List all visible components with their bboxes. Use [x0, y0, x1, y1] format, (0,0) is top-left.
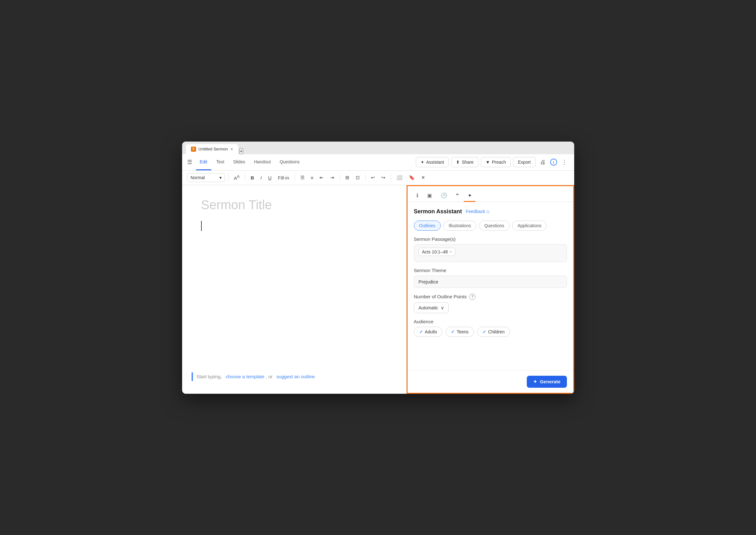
sidebar-tab-quotes[interactable]: ❝ — [452, 190, 463, 202]
frame-button[interactable]: ⬜ — [394, 173, 405, 182]
tab-favicon: S — [191, 147, 196, 152]
audience-options: ✓ Adults ✓ Teens ✓ Children — [414, 327, 567, 337]
passage-tag: Acts 10:1–48 × — [419, 248, 456, 256]
audience-label: Audience — [414, 319, 567, 324]
tab-close-button[interactable]: × — [230, 147, 233, 152]
sidebar-tab-history[interactable]: 🕐 — [437, 190, 451, 202]
outline-points-label-row: Number of Outline Points ? — [414, 294, 567, 300]
style-dropdown[interactable]: Normal ▾ — [187, 173, 225, 182]
children-check: ✓ — [482, 329, 486, 334]
indent-button[interactable]: ⇥ — [328, 173, 336, 182]
outline-dropdown[interactable]: Automatic ∨ — [414, 302, 449, 313]
adults-check: ✓ — [419, 329, 423, 334]
feedback-icon: ◇ — [486, 209, 490, 214]
tab-questions[interactable]: Questions — [479, 221, 510, 231]
nav-text[interactable]: Text — [213, 154, 228, 170]
divider-1 — [228, 174, 229, 182]
category-tabs: Outlines Illustrations Questions Applica… — [414, 221, 567, 231]
divider-6 — [391, 174, 391, 182]
main-content: Sermon Title Start typing, choose a temp… — [182, 185, 574, 394]
share-icon: ⬆ — [456, 159, 460, 165]
new-tab-button[interactable]: + — [239, 148, 243, 154]
preach-icon: ▼ — [486, 159, 490, 165]
outline-dropdown-arrow: ∨ — [441, 305, 444, 310]
sidebar-title: Sermon Assistant — [414, 208, 462, 215]
bullet-list-button[interactable]: ☰ — [298, 173, 307, 182]
audience-group: Audience ✓ Adults ✓ Teens ✓ Children — [414, 319, 567, 337]
nav-handout[interactable]: Handout — [250, 154, 275, 170]
tab-applications[interactable]: Applications — [512, 221, 547, 231]
font-size-button[interactable]: AA — [232, 173, 242, 182]
info-button[interactable]: i — [550, 159, 557, 166]
share-button[interactable]: ⬆ Share — [451, 157, 478, 167]
tab-illustrations[interactable]: Illustrations — [443, 221, 477, 231]
audience-children[interactable]: ✓ Children — [477, 327, 510, 337]
bold-button[interactable]: B — [248, 174, 256, 182]
theme-field-group: Sermon Theme Prejudice — [414, 268, 567, 288]
generate-button[interactable]: ✦ Generate — [527, 376, 567, 388]
sidebar-content: Sermon Assistant Feedback ◇ Outlines Ill… — [408, 202, 573, 370]
nav-edit[interactable]: Edit — [196, 154, 211, 170]
style-dropdown-icon: ▾ — [219, 175, 222, 180]
sidebar-tab-panels[interactable]: ▣ — [423, 190, 436, 202]
bookmark-button[interactable]: 🔖 — [407, 173, 417, 182]
clear-format-button[interactable]: ✕ — [419, 173, 427, 182]
redo-button[interactable]: ↪ — [379, 173, 388, 182]
main-toolbar: ☰ Edit Text Slides Handout Questions ✦ A… — [182, 154, 574, 171]
sidebar-tab-assistant[interactable]: ✦ — [464, 190, 476, 202]
toolbar-right-buttons: ✦ Assistant ⬆ Share ▼ Preach Export 🖨 i … — [416, 157, 569, 167]
passage-field-group: Sermon Passage(s) Acts 10:1–48 × — [414, 237, 567, 262]
sidebar-icon-tabs: ℹ ▣ 🕐 ❝ ✦ — [408, 186, 573, 202]
question-button[interactable]: ⊡ — [354, 173, 362, 182]
outline-points-group: Number of Outline Points ? Automatic ∨ — [414, 294, 567, 313]
divider-4 — [339, 174, 340, 182]
undo-button[interactable]: ↩ — [369, 173, 377, 182]
more-button[interactable]: ⋮ — [560, 157, 569, 167]
audience-adults[interactable]: ✓ Adults — [414, 327, 443, 337]
fillin-button[interactable]: Fill-in — [276, 174, 292, 182]
editor-area[interactable]: Sermon Title Start typing, choose a temp… — [182, 185, 407, 394]
audience-teens[interactable]: ✓ Teens — [446, 327, 474, 337]
outline-help-icon[interactable]: ? — [469, 294, 476, 300]
app-window: S Untitled Sermon × + ☰ Edit Text Slides… — [182, 142, 574, 394]
browser-tab[interactable]: S Untitled Sermon × — [186, 144, 238, 154]
editor-title-placeholder: Sermon Title — [201, 198, 387, 212]
tab-outlines[interactable]: Outlines — [414, 221, 441, 231]
sidebar-panel: ℹ ▣ 🕐 ❝ ✦ Sermon Assistant Feedback ◇ — [407, 185, 574, 394]
preach-button[interactable]: ▼ Preach — [481, 157, 510, 167]
sidebar-footer: ✦ Generate — [408, 370, 573, 393]
nav-questions[interactable]: Questions — [276, 154, 303, 170]
menu-icon[interactable]: ☰ — [187, 159, 192, 166]
teens-check: ✓ — [451, 329, 455, 334]
theme-field[interactable]: Prejudice — [414, 275, 567, 288]
divider-2 — [245, 174, 246, 182]
passage-label: Sermon Passage(s) — [414, 237, 567, 242]
feedback-link[interactable]: Feedback ◇ — [466, 209, 490, 214]
editor-cursor — [201, 221, 202, 231]
divider-5 — [365, 174, 365, 182]
passage-remove-button[interactable]: × — [450, 250, 452, 254]
editor-hint: Start typing, choose a template , or sug… — [191, 372, 397, 381]
generate-icon: ✦ — [533, 379, 537, 384]
nav-slides[interactable]: Slides — [229, 154, 249, 170]
table-button[interactable]: ⊞ — [343, 173, 352, 182]
export-button[interactable]: Export — [513, 157, 535, 167]
divider-3 — [295, 174, 295, 182]
format-toolbar: Normal ▾ AA B I U Fill-in ☰ ≡ ⇤ ⇥ — [182, 171, 574, 185]
number-list-button[interactable]: ≡ — [308, 174, 316, 182]
sidebar-header: Sermon Assistant Feedback ◇ — [414, 208, 567, 215]
editor-hint-bar — [191, 372, 193, 381]
sidebar-tab-info[interactable]: ℹ — [413, 190, 422, 202]
outdent-button[interactable]: ⇤ — [317, 173, 326, 182]
passage-field[interactable]: Acts 10:1–48 × — [414, 244, 567, 262]
tab-title: Untitled Sermon — [199, 147, 228, 151]
suggest-outline-link[interactable]: suggest an outline — [276, 374, 315, 379]
browser-tab-bar: S Untitled Sermon × + — [182, 142, 574, 154]
choose-template-link[interactable]: choose a template — [226, 374, 265, 379]
outline-field: Automatic ∨ — [414, 302, 567, 313]
assistant-button[interactable]: ✦ Assistant — [416, 157, 449, 167]
print-button[interactable]: 🖨 — [538, 157, 548, 167]
assistant-icon: ✦ — [421, 159, 424, 165]
italic-button[interactable]: I — [258, 174, 264, 182]
underline-button[interactable]: U — [266, 174, 274, 182]
